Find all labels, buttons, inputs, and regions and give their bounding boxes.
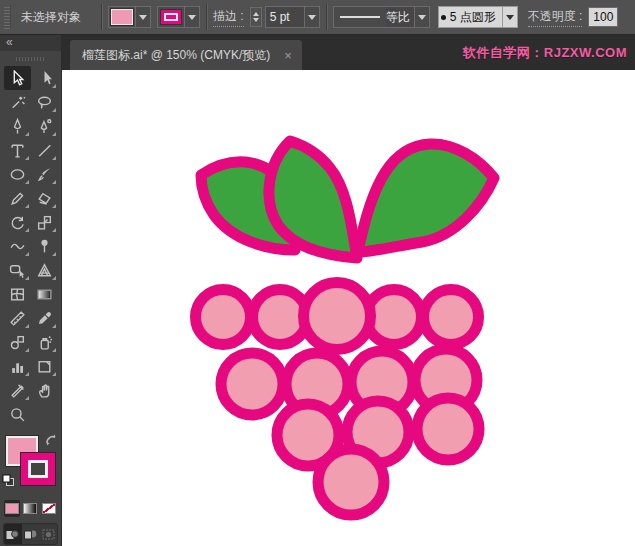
watermark-text: 软件自学网：RJZXW.COM [463, 44, 627, 62]
stroke-color-swatch[interactable] [160, 9, 182, 25]
artwork-raspberry[interactable] [62, 70, 635, 546]
chevron-down-icon[interactable] [135, 7, 150, 27]
hand-tool[interactable] [31, 378, 58, 402]
paintbrush-tool[interactable] [31, 162, 58, 186]
fill-color-swatch[interactable] [111, 9, 133, 25]
perspective-grid-tool[interactable] [31, 258, 58, 282]
berry-circle [221, 353, 283, 415]
direct-selection-tool[interactable] [31, 66, 58, 90]
close-tab-icon[interactable]: × [284, 48, 292, 63]
tools-grid [0, 66, 61, 426]
divider [326, 4, 327, 30]
berry-cluster[interactable] [196, 283, 480, 516]
stroke-panel-link[interactable]: 描边 : [213, 8, 244, 27]
ruler-tool[interactable] [4, 306, 31, 330]
type-tool[interactable] [4, 138, 31, 162]
divider [101, 4, 102, 30]
lasso-tool[interactable] [31, 90, 58, 114]
draw-normal-button[interactable] [4, 524, 22, 544]
default-fill-stroke-icon[interactable] [2, 474, 15, 487]
drawing-modes [3, 523, 58, 545]
column-graph-tool[interactable] [4, 354, 31, 378]
selection-status: 未选择对象 [21, 9, 95, 26]
width-tool[interactable] [4, 234, 31, 258]
stroke-swatch[interactable] [21, 453, 55, 485]
options-bar: 未选择对象 描边 : 5 pt 等比 5 点圆形 不透明度 : 100 [0, 0, 635, 35]
chevron-down-icon[interactable] [304, 7, 319, 27]
divider [206, 4, 207, 30]
document-tab-bar: 榴莲图标.ai* @ 150% (CMYK/预览) × 软件自学网：RJZXW.… [62, 35, 635, 70]
tools-panel: « [0, 35, 62, 546]
pen-tool[interactable] [4, 114, 31, 138]
slice-tool[interactable] [4, 378, 31, 402]
leaf-right[interactable] [358, 144, 494, 252]
mesh-tool[interactable] [4, 282, 31, 306]
pencil-tool[interactable] [4, 186, 31, 210]
artboard-tool[interactable] [31, 354, 58, 378]
zoom-tool[interactable] [4, 402, 31, 426]
opacity-input[interactable]: 100 [588, 7, 618, 27]
document-tab[interactable]: 榴莲图标.ai* @ 150% (CMYK/预览) × [70, 40, 302, 70]
line-segment-tool[interactable] [31, 138, 58, 162]
swap-fill-stroke-icon[interactable] [44, 433, 58, 447]
line-style-icon [340, 16, 380, 18]
eyedropper-tool[interactable] [31, 306, 58, 330]
puppet-warp-tool[interactable] [31, 234, 58, 258]
opacity-panel-link[interactable]: 不透明度 : [528, 8, 583, 27]
shape-builder-tool[interactable] [4, 258, 31, 282]
berry-circle [196, 290, 251, 345]
none-button[interactable] [41, 500, 57, 517]
chevron-down-icon[interactable] [414, 7, 429, 27]
brush-value[interactable]: 5 点圆形 [450, 7, 502, 27]
brush-dot-icon [441, 15, 446, 20]
blend-tool[interactable] [4, 330, 31, 354]
fill-stroke-controls [0, 434, 61, 494]
berry-circle [304, 283, 371, 350]
selection-tool[interactable] [4, 66, 31, 90]
stroke-weight-value[interactable]: 5 pt [266, 7, 304, 27]
options-bar-grip[interactable] [4, 5, 11, 29]
magic-wand-tool[interactable] [4, 90, 31, 114]
draw-inside-button[interactable] [39, 524, 57, 544]
panel-drag-handle[interactable] [16, 57, 46, 61]
brush-select[interactable]: 5 点圆形 [438, 6, 518, 28]
gradient-button[interactable] [22, 500, 38, 517]
document-tab-title: 榴莲图标.ai* @ 150% (CMYK/预览) [82, 47, 270, 64]
berry-circle [417, 398, 479, 460]
width-profile-select[interactable]: 等比 [333, 6, 430, 28]
stroke-weight-stepper[interactable] [250, 7, 262, 27]
gradient-tool[interactable] [31, 282, 58, 306]
eraser-tool[interactable] [31, 186, 58, 210]
stroke-color-picker[interactable] [157, 6, 200, 28]
berry-circle [424, 290, 479, 345]
ellipse-tool[interactable] [4, 162, 31, 186]
symbol-sprayer-tool[interactable] [31, 330, 58, 354]
collapse-panel-button[interactable]: « [0, 35, 61, 51]
fill-color-picker[interactable] [108, 6, 151, 28]
width-profile-value[interactable]: 等比 [386, 7, 414, 27]
color-button[interactable] [4, 500, 20, 517]
draw-behind-button[interactable] [22, 524, 40, 544]
stroke-weight-select[interactable]: 5 pt [265, 6, 320, 28]
color-type-buttons [4, 500, 57, 517]
chevron-down-icon[interactable] [502, 7, 517, 27]
chevron-down-icon[interactable] [184, 7, 199, 27]
scale-tool[interactable] [31, 210, 58, 234]
curvature-tool[interactable] [31, 114, 58, 138]
berry-circle [318, 449, 384, 515]
artboard-canvas[interactable] [62, 70, 635, 546]
rotate-tool[interactable] [4, 210, 31, 234]
